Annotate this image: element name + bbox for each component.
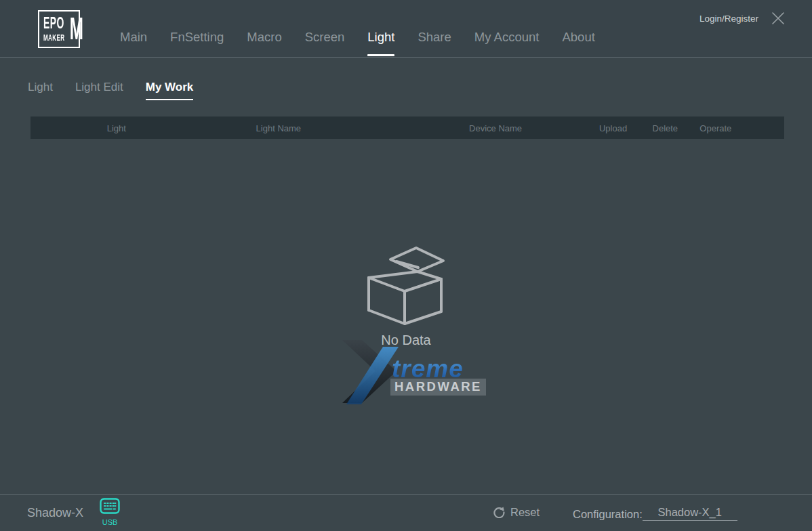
empty-box-icon [365, 240, 447, 327]
logo-text-epo: EPO [43, 14, 64, 33]
reset-label: Reset [510, 506, 540, 519]
light-sub-tabs: Light Light Edit My Work [0, 58, 812, 100]
reset-button[interactable]: Reset [493, 506, 540, 519]
column-header-delete: Delete [653, 123, 678, 133]
nav-tab-fnsetting[interactable]: FnSetting [170, 30, 224, 58]
nav-tab-screen[interactable]: Screen [305, 30, 345, 58]
nav-tab-my-account[interactable]: My Account [474, 30, 540, 58]
watermark-x-icon [340, 340, 400, 404]
configuration-label: Configuration: [573, 508, 643, 521]
reset-refresh-icon [493, 507, 505, 518]
nav-tab-macro[interactable]: Macro [247, 30, 281, 58]
epomaker-driver-app: EPO M MAKER Main FnSetting Macro Screen … [0, 0, 812, 531]
top-bar: EPO M MAKER Main FnSetting Macro Screen … [0, 0, 812, 58]
logo-text-maker: MAKER [43, 33, 65, 43]
column-header-light: Light [107, 123, 126, 133]
top-right-controls: Login/Register [699, 11, 786, 26]
watermark-text-main: treme [392, 355, 464, 383]
login-register-link[interactable]: Login/Register [699, 14, 758, 24]
nav-tab-light[interactable]: Light [367, 30, 394, 58]
column-header-device-name: Device Name [469, 123, 522, 133]
subtab-light[interactable]: Light [28, 81, 53, 100]
nav-tab-about[interactable]: About [562, 30, 594, 58]
main-nav: Main FnSetting Macro Screen Light Share … [120, 30, 595, 58]
configuration-section: Configuration: Shadow-X_1 [573, 506, 737, 521]
nav-tab-share[interactable]: Share [418, 30, 451, 58]
logo-text-m: M [70, 11, 83, 47]
epomaker-logo: EPO M MAKER [38, 10, 80, 48]
subtab-light-edit[interactable]: Light Edit [75, 81, 123, 100]
nav-tab-main[interactable]: Main [120, 30, 147, 58]
column-header-operate: Operate [699, 123, 731, 133]
no-data-message: No Data [0, 333, 812, 348]
column-header-upload: Upload [599, 123, 627, 133]
empty-state: treme HARDWARE No Data [0, 240, 812, 457]
xtreme-hardware-watermark: treme HARDWARE [340, 340, 486, 404]
subtab-my-work[interactable]: My Work [146, 81, 194, 100]
bottom-status-bar: Shadow-X USB Reset Configuration: Shadow… [0, 494, 812, 531]
watermark-text-sub: HARDWARE [390, 379, 486, 396]
usb-connection-indicator: USB [99, 498, 121, 526]
device-name-label: Shadow-X [27, 506, 83, 520]
keyboard-icon [100, 498, 120, 515]
close-icon[interactable] [771, 11, 786, 26]
table-header: Light Light Name Device Name Upload Dele… [31, 116, 784, 139]
configuration-input[interactable]: Shadow-X_1 [643, 506, 737, 521]
usb-label: USB [99, 518, 121, 526]
column-header-light-name: Light Name [256, 123, 301, 133]
